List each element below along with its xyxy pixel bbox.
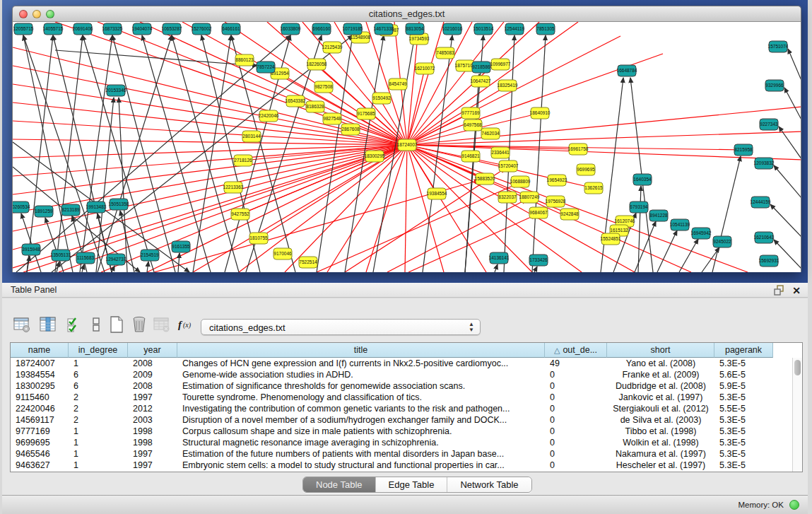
graph-node[interactable]: 16543382 xyxy=(286,95,306,107)
graph-node[interactable]: 8322037 xyxy=(498,192,517,203)
tab-edge-table[interactable]: Edge Table xyxy=(376,477,448,492)
graph-node[interactable]: 7485083 xyxy=(436,47,454,59)
table-scrollbar[interactable] xyxy=(792,358,802,472)
column-header-title[interactable]: title xyxy=(177,343,545,358)
graph-node[interactable]: 15692931 xyxy=(759,255,779,267)
graph-node[interactable]: 9175685 xyxy=(357,108,375,119)
graph-node[interactable]: 1891259 xyxy=(35,206,53,217)
graph-node[interactable]: 18640910 xyxy=(530,107,551,119)
graph-node[interactable]: 1810755 xyxy=(249,233,268,244)
table-row[interactable]: 911546021997Tourette syndrome. Phenomeno… xyxy=(11,392,792,403)
function-builder-icon[interactable]: f (x) xyxy=(176,315,196,334)
column-header-out_de[interactable]: △out_de... xyxy=(545,343,607,358)
graph-node[interactable]: 2803144 xyxy=(242,131,261,142)
graph-node[interactable]: 9827548 xyxy=(323,113,341,124)
graph-node[interactable]: 9245022 xyxy=(713,236,731,247)
graph-node[interactable]: 16210643 xyxy=(754,232,775,243)
graph-node[interactable]: 14671338 xyxy=(374,23,394,35)
graph-node[interactable]: 9161355 xyxy=(172,241,190,252)
graph-node[interactable]: 22420046 xyxy=(259,110,279,122)
graph-node[interactable]: 7522514 xyxy=(299,257,317,268)
graph-node[interactable]: 6466161 xyxy=(222,23,240,35)
graph-node[interactable]: 9170046 xyxy=(273,248,292,259)
column-header-pagerank[interactable]: pagerank xyxy=(714,343,773,358)
table-row[interactable]: 2242004622012Investigating the contribut… xyxy=(11,403,792,414)
column-header-name[interactable]: name xyxy=(11,343,69,358)
graph-node[interactable]: 9684067 xyxy=(529,207,548,218)
graph-node[interactable]: 2718126 xyxy=(234,155,252,166)
graph-node[interactable]: 18724007 xyxy=(397,139,418,151)
graph-node[interactable]: 15051358 xyxy=(109,199,129,210)
graph-node[interactable]: 19654923 xyxy=(547,175,567,186)
table-row[interactable]: 1456911722003Disruption of a novel membe… xyxy=(11,414,792,426)
graph-node[interactable]: 19404074 xyxy=(132,23,153,35)
graph-node[interactable]: 8860123 xyxy=(235,54,254,66)
show-columns-icon[interactable] xyxy=(38,315,58,334)
graph-node[interactable]: 10216016 xyxy=(442,23,463,35)
graph-node[interactable]: 9146821 xyxy=(461,151,480,162)
graph-node[interactable]: 16648784 xyxy=(617,65,637,76)
graph-node[interactable]: 10653287 xyxy=(162,23,182,35)
graph-node[interactable]: 15720407 xyxy=(498,160,519,172)
graph-node[interactable]: 9777169 xyxy=(461,107,480,119)
graph-node[interactable]: 16033809 xyxy=(281,23,301,35)
graph-node[interactable]: 10541139 xyxy=(670,219,690,230)
graph-node[interactable]: 8813054 xyxy=(406,23,424,35)
graph-node[interactable]: 6497568 xyxy=(464,119,482,131)
create-table-icon[interactable] xyxy=(107,315,126,334)
tab-node-table[interactable]: Node Table xyxy=(303,477,376,492)
float-panel-icon[interactable] xyxy=(773,284,785,296)
hide-rows-icon[interactable] xyxy=(86,315,106,334)
tab-network-table[interactable]: Network Table xyxy=(447,477,531,492)
graph-node[interactable]: 6793194 xyxy=(630,201,648,213)
graph-node[interactable]: 9227343 xyxy=(760,119,778,130)
column-header-short[interactable]: short xyxy=(607,343,714,358)
graph-node[interactable]: 9329966 xyxy=(765,80,784,91)
graph-node[interactable]: 16873325 xyxy=(102,23,123,35)
graph-node[interactable]: 18807249 xyxy=(519,192,540,203)
column-header-in_degree[interactable]: in_degree xyxy=(69,343,128,358)
table-row[interactable]: 1938455462009Genome-wide association stu… xyxy=(11,369,792,380)
table-row[interactable]: 946554611997Estimation of the future num… xyxy=(11,448,792,460)
graph-node[interactable]: 20153346 xyxy=(106,85,126,96)
graph-node[interactable]: 1362615 xyxy=(584,182,603,194)
graph-node[interactable]: 16961758 xyxy=(568,144,589,155)
graph-node[interactable]: 12093832 xyxy=(754,158,775,169)
table-mode-icon[interactable] xyxy=(12,315,32,334)
node-table[interactable]: namein_degreeyeartitle△out_de...shortpag… xyxy=(10,342,803,472)
graph-node[interactable]: 12055715 xyxy=(13,23,34,35)
graph-node[interactable]: 18300295 xyxy=(365,151,385,162)
graph-node[interactable]: 15883520 xyxy=(475,173,495,185)
graph-node[interactable]: 1115683 xyxy=(76,252,95,264)
select-all-icon[interactable] xyxy=(64,315,84,334)
column-header-year[interactable]: year xyxy=(128,343,177,358)
graph-node[interactable]: 20260534 xyxy=(13,201,30,213)
graph-node[interactable]: 9827508 xyxy=(314,81,333,93)
graph-node[interactable]: 8215958 xyxy=(734,144,753,156)
graph-node[interactable]: 16210072 xyxy=(415,63,435,74)
graph-node[interactable]: 8941228 xyxy=(649,210,668,221)
graph-node[interactable]: 12942737 xyxy=(106,254,126,265)
panel-splitter-handle[interactable] xyxy=(402,277,413,281)
graph-node[interactable]: 20691406 xyxy=(73,23,93,35)
graph-node[interactable]: 15524851 xyxy=(601,233,621,245)
network-window-titlebar[interactable]: citations_edges.txt xyxy=(12,6,801,22)
table-scrollbar-thumb[interactable] xyxy=(794,360,801,375)
graph-node[interactable]: 18325419 xyxy=(498,80,518,91)
table-row[interactable]: 1872400712008Changes of HCN gene express… xyxy=(11,358,792,369)
graph-node[interactable]: 12125439 xyxy=(322,42,343,53)
graph-node[interactable]: 9427552 xyxy=(231,209,249,220)
graph-node[interactable]: 2336441 xyxy=(491,147,510,158)
graph-node[interactable]: 18226058 xyxy=(307,59,327,70)
graph-node[interactable]: 14136141 xyxy=(489,252,510,264)
graph-node[interactable]: 7851305 xyxy=(536,23,555,35)
graph-node[interactable]: 15276002 xyxy=(192,23,212,35)
graph-node[interactable]: 19913483 xyxy=(86,201,107,213)
graph-node[interactable]: 9699695 xyxy=(577,164,595,175)
graph-node[interactable]: 2867608 xyxy=(341,124,360,135)
graph-node[interactable]: 15751074 xyxy=(768,41,789,52)
graph-node[interactable]: 16945942 xyxy=(691,228,712,239)
graph-node[interactable]: 12544119 xyxy=(505,23,525,35)
network-canvas[interactable]: 1872400718300295193845541621007297771696… xyxy=(12,22,801,272)
delete-table-icon[interactable] xyxy=(129,315,149,334)
